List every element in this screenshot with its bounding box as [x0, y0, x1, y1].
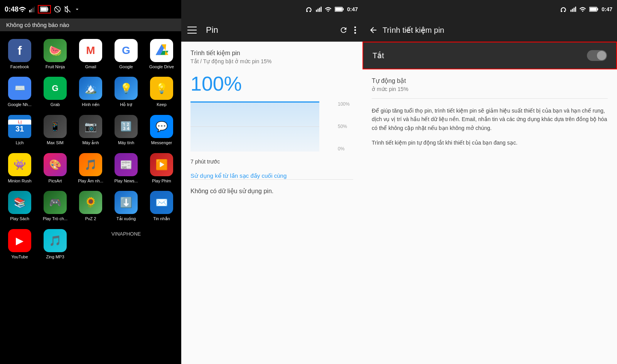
- svg-rect-25: [573, 8, 575, 12]
- auto-subtitle: ở mức pin 15%: [372, 86, 608, 92]
- app-item-playtro[interactable]: 🎮 Play Trò ch...: [37, 187, 73, 225]
- svg-rect-6: [41, 8, 47, 11]
- app-label-keep: Keep: [157, 102, 167, 107]
- app-label-playphim: Play Phim: [152, 179, 171, 183]
- app-label-messenger: Messenger: [151, 140, 172, 145]
- app-label-aixuong: Tải xuống: [116, 216, 136, 221]
- app-icon-zingmp3: 🎵: [44, 229, 67, 252]
- svg-rect-16: [335, 8, 342, 11]
- wifi-icon-3: [579, 7, 586, 12]
- menu-icon-2[interactable]: [187, 27, 197, 34]
- svg-rect-18: [187, 30, 197, 30]
- app-icon-playtro: 🎮: [44, 191, 67, 214]
- toggle-switch[interactable]: [587, 50, 607, 61]
- app-item-googlenh[interactable]: ⌨️ Google Nh...: [2, 73, 37, 111]
- app-item-fruitninja[interactable]: 🍉 Fruit Ninja: [37, 35, 73, 73]
- toolbar-title-2: Pin: [206, 25, 333, 35]
- app-item-hotro[interactable]: 💡 Hỗ trợ: [108, 73, 144, 111]
- app-item-lich[interactable]: LỊ 31 Lịch: [2, 111, 37, 149]
- status-bar-2: 0:47: [181, 0, 362, 19]
- app-item-playnews[interactable]: 📰 Play News...: [108, 149, 144, 187]
- refresh-icon[interactable]: [339, 26, 348, 34]
- battery-icon-2: [335, 7, 344, 12]
- svg-point-21: [354, 29, 356, 31]
- more-icon[interactable]: [354, 26, 356, 34]
- app-icon-hinhanh: 🏔️: [79, 77, 102, 100]
- info-text-1: Để giúp tăng tuổi thọ pin, trình tiết ki…: [372, 106, 608, 132]
- dropdown-icon[interactable]: [74, 6, 80, 12]
- app-icon-playphim: ▶️: [150, 153, 173, 176]
- svg-rect-0: [29, 10, 30, 12]
- svg-point-20: [354, 26, 356, 28]
- app-icon-playsach: 📚: [8, 191, 31, 214]
- svg-rect-2: [32, 8, 34, 12]
- toolbar-2: Pin: [181, 19, 362, 42]
- auto-section: Tự động bật ở mức pin 15%: [372, 69, 608, 99]
- app-icon-hotro: 💡: [115, 77, 138, 100]
- toolbar-3: Trình tiết kiệm pin: [362, 19, 617, 42]
- svg-rect-12: [319, 8, 320, 12]
- app-item-maxsim[interactable]: 📱 Max SIM: [37, 111, 73, 149]
- app-item-zingmp3[interactable]: 🎵 Zing MP3: [37, 225, 73, 263]
- app-item-picsart[interactable]: 🎨 PicsArt: [37, 149, 73, 187]
- app-label-pvz: PvZ 2: [85, 216, 96, 221]
- svg-rect-15: [342, 8, 344, 10]
- app-icon-tinnhan: ✉️: [150, 191, 173, 214]
- app-label-fruitninja: Fruit Ninja: [46, 64, 65, 69]
- app-label-gmail: Gmail: [85, 64, 96, 69]
- saver-toggle-row[interactable]: Tắt: [362, 42, 617, 69]
- app-item-hinhanh[interactable]: 🏔️ Hình nền: [73, 73, 108, 111]
- app-label-playsach: Play Sách: [10, 216, 29, 221]
- app-icon-playnews: 📰: [115, 153, 138, 176]
- info-section: Để giúp tăng tuổi thọ pin, trình tiết ki…: [372, 99, 608, 161]
- app-item-aixuong[interactable]: ⬇️ Tải xuống: [108, 187, 144, 225]
- app-item-gmail[interactable]: M Gmail: [73, 35, 108, 73]
- app-label-zingmp3: Zing MP3: [46, 254, 64, 259]
- app-item-grab[interactable]: G Grab: [37, 73, 73, 111]
- app-item-messenger[interactable]: 💬 Messenger: [144, 111, 179, 149]
- app-item-maytinh[interactable]: 🔢 Máy tính: [108, 111, 144, 149]
- app-item-youtube[interactable]: ▶ YouTube: [2, 225, 37, 263]
- app-item-minionrush[interactable]: 👾 Minion Rush: [2, 149, 37, 187]
- toolbar-title-3: Trình tiết kiệm pin: [383, 25, 611, 35]
- svg-rect-3: [34, 7, 35, 12]
- app-icon-picsart: 🎨: [44, 153, 67, 176]
- app-icon-googledrive: [150, 39, 173, 62]
- app-label-mayanh: Máy ảnh: [82, 140, 99, 145]
- silent-icon: [64, 6, 71, 13]
- svg-rect-19: [187, 33, 197, 34]
- battery-percentage: 100%: [190, 72, 353, 95]
- app-label-hotro: Hỗ trợ: [120, 102, 132, 107]
- svg-line-8: [55, 7, 60, 12]
- notification-bar: Không có thông báo nào: [0, 19, 181, 31]
- section-title-pin: Trình tiết kiệm pin: [190, 49, 353, 57]
- app-label-googledrive: Google Drive: [149, 64, 174, 69]
- headphone-icon-3: [560, 7, 567, 12]
- app-item-playamnh[interactable]: 🎵 Play Âm nh...: [73, 149, 108, 187]
- app-item-mayanh[interactable]: 📷 Máy ảnh: [73, 111, 108, 149]
- app-item-keep[interactable]: 💡 Keep: [144, 73, 179, 111]
- app-item-playphim[interactable]: ▶️ Play Phim: [144, 149, 179, 187]
- back-icon[interactable]: [369, 25, 378, 35]
- panel-battery: 0:47 Pin Trình tiết kiệm pin Tắt / Tự độ…: [181, 0, 362, 364]
- app-label-google: Google: [119, 64, 133, 69]
- app-item-tinnhan[interactable]: ✉️ Tin nhắn: [144, 187, 179, 225]
- app-icon-youtube: ▶: [8, 229, 31, 252]
- svg-rect-17: [187, 27, 197, 27]
- app-icon-minionrush: 👾: [8, 153, 31, 176]
- panel-app-drawer: 0:48: [0, 0, 181, 364]
- svg-rect-11: [317, 9, 319, 12]
- app-item-pvz[interactable]: 🌻 PvZ 2: [73, 187, 108, 225]
- usage-link[interactable]: Sử dụng kể từ lần sạc đầy cuối cùng: [190, 172, 287, 179]
- app-item-playsach[interactable]: 📚 Play Sách: [2, 187, 37, 225]
- svg-rect-1: [31, 9, 32, 12]
- app-icon-facebook: f: [8, 39, 31, 62]
- app-item-google[interactable]: G Google: [108, 35, 144, 73]
- app-label-lich: Lịch: [16, 140, 24, 145]
- app-item-facebook[interactable]: f Facebook: [2, 35, 37, 73]
- app-label-youtube: YouTube: [11, 254, 28, 259]
- toolbar-actions-2: [339, 26, 356, 34]
- time-display-3: 0:47: [602, 6, 612, 12]
- app-icon-googlenh: ⌨️: [8, 77, 31, 100]
- app-item-googledrive[interactable]: Google Drive: [144, 35, 179, 73]
